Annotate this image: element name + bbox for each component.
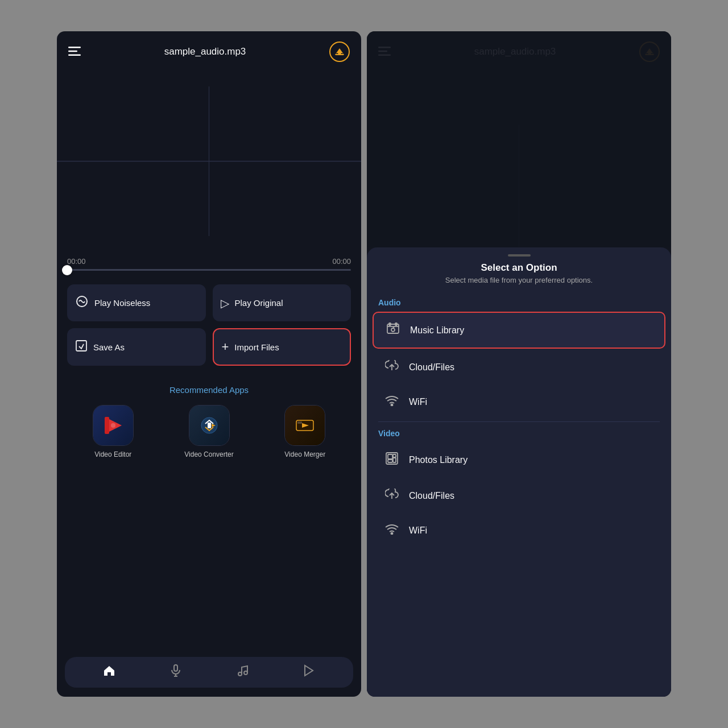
left-progress-container[interactable] [57, 268, 361, 276]
recommended-title: Recommended Apps [67, 385, 351, 395]
section-divider [378, 421, 660, 422]
left-title: sample_audio.mp3 [164, 46, 246, 57]
svg-rect-18 [174, 665, 177, 671]
video-wifi-item[interactable]: WiFi [373, 514, 665, 547]
cloud-files-icon [384, 360, 400, 374]
cloud-files-icon-2 [384, 489, 400, 503]
apps-row: Video Editor [67, 405, 351, 458]
svg-rect-0 [68, 47, 81, 48]
import-icon: + [222, 340, 229, 354]
svg-rect-1 [68, 51, 77, 52]
svg-marker-4 [335, 54, 344, 55]
modal-backdrop [367, 31, 671, 247]
music-library-icon [385, 322, 401, 338]
video-editor-icon [93, 405, 134, 446]
noiseless-icon [75, 295, 89, 311]
svg-rect-2 [68, 55, 81, 56]
svg-rect-44 [388, 460, 392, 462]
import-files-button[interactable]: + Import Files [213, 328, 351, 366]
nav-mic[interactable] [169, 664, 183, 681]
left-time-end: 00:00 [332, 257, 351, 266]
play-icon: ▷ [221, 296, 229, 310]
left-screen: sample_audio.mp3 00:00 00:00 [57, 31, 361, 697]
left-bottom-nav [65, 657, 353, 688]
crown-button[interactable] [329, 42, 350, 62]
video-merger-label: Video Merger [284, 450, 325, 458]
svg-point-36 [391, 328, 395, 332]
right-screen: sample_audio.mp3 00:00 00:00 [367, 31, 671, 697]
modal-sheet: Select an Option Select media file from … [367, 247, 671, 697]
video-wifi-label: WiFi [409, 526, 427, 536]
menu-icon[interactable] [68, 46, 81, 57]
left-time-start: 00:00 [67, 257, 86, 266]
play-original-label: Play Original [235, 298, 283, 308]
video-cloud-files-label: Cloud/Files [409, 491, 454, 501]
play-original-button[interactable]: ▷ Play Original [213, 284, 351, 321]
svg-rect-42 [393, 454, 396, 457]
video-cloud-files-item[interactable]: Cloud/Files [373, 479, 665, 512]
svg-rect-41 [388, 454, 392, 459]
modal-overlay: Select an Option Select media file from … [367, 31, 671, 697]
left-progress-track[interactable] [67, 269, 351, 271]
left-header: sample_audio.mp3 [57, 31, 361, 68]
wifi-icon-1 [384, 395, 400, 409]
app-video-editor[interactable]: Video Editor [93, 405, 134, 458]
svg-point-11 [111, 423, 115, 428]
svg-rect-43 [393, 458, 396, 462]
svg-point-46 [391, 533, 393, 535]
modal-subtitle: Select media file from your preferred op… [367, 276, 671, 284]
audio-wifi-label: WiFi [409, 397, 427, 407]
save-icon [75, 340, 88, 355]
video-editor-label: Video Editor [94, 450, 131, 458]
photos-library-item[interactable]: Photos Library [373, 442, 665, 477]
play-noiseless-button[interactable]: Play Noiseless [67, 284, 206, 321]
modal-handle [508, 254, 531, 257]
music-library-label: Music Library [410, 325, 464, 336]
left-progress-thumb[interactable] [62, 265, 72, 275]
svg-rect-13 [208, 423, 211, 428]
left-waveform [57, 68, 361, 255]
save-as-label: Save As [93, 342, 125, 352]
audio-section-label: Audio [367, 293, 671, 311]
modal-title: Select an Option [367, 262, 671, 274]
video-converter-icon [189, 405, 230, 446]
audio-cloud-files-item[interactable]: Cloud/Files [373, 351, 665, 383]
left-time-row: 00:00 00:00 [57, 255, 361, 268]
svg-point-39 [391, 404, 393, 406]
svg-rect-8 [76, 341, 86, 351]
wifi-icon-2 [384, 523, 400, 537]
video-merger-icon [284, 405, 325, 446]
audio-cloud-files-label: Cloud/Files [409, 362, 454, 373]
nav-music[interactable] [235, 664, 249, 681]
audio-wifi-item[interactable]: WiFi [373, 386, 665, 418]
import-files-label: Import Files [234, 342, 279, 352]
play-noiseless-label: Play Noiseless [94, 298, 150, 308]
video-section-label: Video [367, 424, 671, 441]
nav-home[interactable] [102, 664, 116, 681]
app-video-merger[interactable]: Video Merger [284, 405, 325, 458]
left-buttons-grid: Play Noiseless ▷ Play Original Save As +… [57, 276, 361, 374]
nav-audio[interactable] [302, 664, 316, 681]
recommended-section: Recommended Apps Video Editor [57, 374, 361, 464]
svg-marker-23 [305, 665, 313, 676]
music-library-item[interactable]: Music Library [373, 312, 665, 349]
svg-rect-17 [297, 421, 302, 424]
video-converter-label: Video Converter [184, 450, 234, 458]
app-video-converter[interactable]: Video Converter [184, 405, 234, 458]
photos-library-icon [384, 452, 400, 468]
svg-rect-10 [105, 417, 109, 434]
save-as-button[interactable]: Save As [67, 328, 206, 366]
photos-library-label: Photos Library [409, 455, 468, 465]
